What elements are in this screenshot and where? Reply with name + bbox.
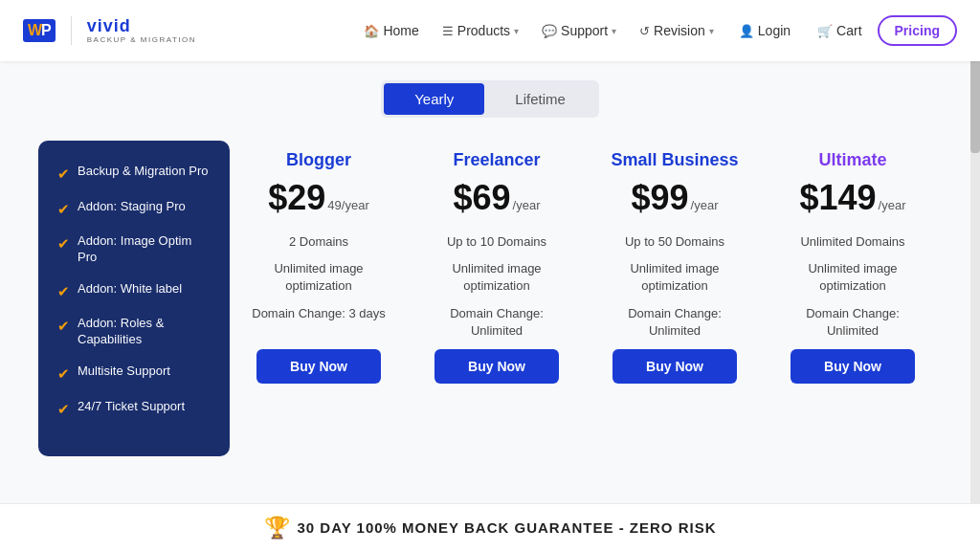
plan-feature-sb-3: Domain Change: Unlimited xyxy=(601,305,748,340)
feature-label: 24/7 Ticket Support xyxy=(78,399,185,415)
price-period-freelancer: /year xyxy=(513,198,541,212)
feature-label: Addon: Roles & Capabilities xyxy=(78,316,211,348)
plan-name-blogger: Blogger xyxy=(286,150,351,170)
buy-button-blogger[interactable]: Buy Now xyxy=(256,349,381,384)
nav-login[interactable]: 👤 Login xyxy=(727,17,802,44)
list-item: ✔ Addon: White label xyxy=(57,281,211,301)
buy-button-freelancer[interactable]: Buy Now xyxy=(434,349,559,384)
plan-feature-blogger-3: Domain Change: 3 days xyxy=(252,305,385,322)
check-icon: ✔ xyxy=(57,364,70,384)
nav-revision-label: Revision xyxy=(654,23,705,38)
buy-button-small-business[interactable]: Buy Now xyxy=(612,349,737,384)
logo-divider xyxy=(71,16,72,45)
check-icon: ✔ xyxy=(57,282,70,301)
nav-products[interactable]: ☰ Products ▾ xyxy=(433,17,528,44)
guarantee-text: 30 DAY 100% MONEY BACK GUARANTEE - ZERO … xyxy=(298,519,717,536)
billing-toggle-group: Yearly Lifetime xyxy=(381,80,599,118)
guarantee-strip: 🏆 30 DAY 100% MONEY BACK GUARANTEE - ZER… xyxy=(0,503,980,551)
check-icon: ✔ xyxy=(57,400,70,419)
plan-feature-blogger-1: 2 Domains xyxy=(289,233,348,251)
check-icon: ✔ xyxy=(57,165,70,184)
logo-icon: WP xyxy=(23,19,56,42)
nav-login-label: Login xyxy=(758,23,791,38)
plan-feature-freelancer-3: Domain Change: Unlimited xyxy=(423,305,570,340)
features-panel: ✔ Backup & Migration Pro ✔ Addon: Stagin… xyxy=(38,141,230,456)
logo-vivid-text: vivid xyxy=(87,17,196,36)
nav-cart-label: Cart xyxy=(836,23,861,38)
nav-home[interactable]: 🏠 Home xyxy=(354,17,428,44)
plan-feature-freelancer-1: Up to 10 Domains xyxy=(447,233,546,251)
toggle-lifetime[interactable]: Lifetime xyxy=(484,83,596,115)
feature-label: Addon: Image Optim Pro xyxy=(78,233,211,266)
products-icon: ☰ xyxy=(442,24,454,38)
scrollbar[interactable] xyxy=(970,0,980,551)
plan-feature-ultimate-1: Unlimited Domains xyxy=(800,233,904,251)
list-item: ✔ 24/7 Ticket Support xyxy=(57,399,211,419)
pricing-grid: ✔ Backup & Migration Pro ✔ Addon: Stagin… xyxy=(38,141,942,456)
main-nav: 🏠 Home ☰ Products ▾ 💬 Support ▾ ↺ Revisi… xyxy=(354,15,957,46)
plans-area: Blogger $29 49/year 2 Domains Unlimited … xyxy=(230,141,942,399)
plan-feature-freelancer-2: Unlimited image optimization xyxy=(423,260,570,295)
list-item: ✔ Addon: Staging Pro xyxy=(57,199,211,219)
chevron-down-icon-3: ▾ xyxy=(709,26,714,36)
plan-blogger: Blogger $29 49/year 2 Domains Unlimited … xyxy=(230,141,408,399)
price-period-small-business: /year xyxy=(691,198,719,212)
check-icon: ✔ xyxy=(57,234,70,253)
plan-small-business: Small Business $99 /year Up to 50 Domain… xyxy=(586,141,764,399)
logo-sub-text: BACKUP & MIGRATION xyxy=(87,36,196,45)
price-amount-freelancer: $69 xyxy=(454,178,511,218)
guarantee-icon: 🏆 xyxy=(264,516,290,540)
chevron-down-icon: ▾ xyxy=(514,26,519,36)
pricing-button[interactable]: Pricing xyxy=(878,15,957,46)
feature-label: Backup & Migration Pro xyxy=(78,164,209,180)
header: WP vivid BACKUP & MIGRATION 🏠 Home ☰ Pro… xyxy=(0,0,980,61)
nav-cart[interactable]: 🛒 Cart xyxy=(806,17,873,44)
list-item: ✔ Addon: Image Optim Pro xyxy=(57,233,211,266)
billing-toggle-wrap: Yearly Lifetime xyxy=(38,80,942,118)
price-period-blogger: 49/year xyxy=(327,198,368,212)
price-amount-small-business: $99 xyxy=(632,178,689,218)
plan-feature-ultimate-2: Unlimited image optimization xyxy=(779,260,926,295)
feature-label: Addon: Staging Pro xyxy=(78,199,186,215)
plan-name-freelancer: Freelancer xyxy=(453,150,540,170)
plan-feature-ultimate-3: Domain Change: Unlimited xyxy=(779,305,926,340)
cart-icon: 🛒 xyxy=(817,24,833,38)
list-item: ✔ Multisite Support xyxy=(57,364,211,384)
feature-label: Addon: White label xyxy=(78,281,182,298)
plan-feature-sb-1: Up to 50 Domains xyxy=(625,233,724,251)
nav-home-label: Home xyxy=(383,23,418,38)
check-icon: ✔ xyxy=(57,317,70,336)
plan-name-small-business: Small Business xyxy=(611,150,738,170)
home-icon: 🏠 xyxy=(364,24,379,38)
toggle-yearly[interactable]: Yearly xyxy=(384,83,484,115)
plan-ultimate: Ultimate $149 /year Unlimited Domains Un… xyxy=(764,141,942,399)
plan-name-ultimate: Ultimate xyxy=(818,150,886,170)
list-item: ✔ Backup & Migration Pro xyxy=(57,164,211,184)
plan-feature-blogger-2: Unlimited image optimization xyxy=(245,260,392,295)
plan-freelancer: Freelancer $69 /year Up to 10 Domains Un… xyxy=(408,141,586,399)
revision-icon: ↺ xyxy=(639,24,650,38)
price-amount-ultimate: $149 xyxy=(800,178,877,218)
plan-feature-sb-2: Unlimited image optimization xyxy=(601,260,748,295)
support-icon: 💬 xyxy=(542,24,557,38)
nav-support[interactable]: 💬 Support ▾ xyxy=(532,17,626,44)
check-icon: ✔ xyxy=(57,200,70,219)
logo-area: WP vivid BACKUP & MIGRATION xyxy=(23,16,196,45)
nav-products-label: Products xyxy=(457,23,510,38)
plan-price-freelancer: $69 /year xyxy=(454,178,541,218)
logo-text: vivid BACKUP & MIGRATION xyxy=(87,17,196,45)
price-period-ultimate: /year xyxy=(879,198,906,212)
price-amount-blogger: $29 xyxy=(268,178,325,218)
plan-price-small-business: $99 /year xyxy=(632,178,719,218)
buy-button-ultimate[interactable]: Buy Now xyxy=(791,349,915,384)
feature-label: Multisite Support xyxy=(78,364,170,380)
plan-price-ultimate: $149 /year xyxy=(800,178,906,218)
list-item: ✔ Addon: Roles & Capabilities xyxy=(57,316,211,348)
login-icon: 👤 xyxy=(739,24,754,38)
nav-revision[interactable]: ↺ Revision ▾ xyxy=(630,17,724,44)
chevron-down-icon-2: ▾ xyxy=(612,26,616,36)
main-content: Yearly Lifetime ✔ Backup & Migration Pro… xyxy=(0,61,980,475)
logo-wp-badge: WP xyxy=(23,19,56,42)
nav-support-label: Support xyxy=(561,23,608,38)
plan-price-blogger: $29 49/year xyxy=(268,178,368,218)
